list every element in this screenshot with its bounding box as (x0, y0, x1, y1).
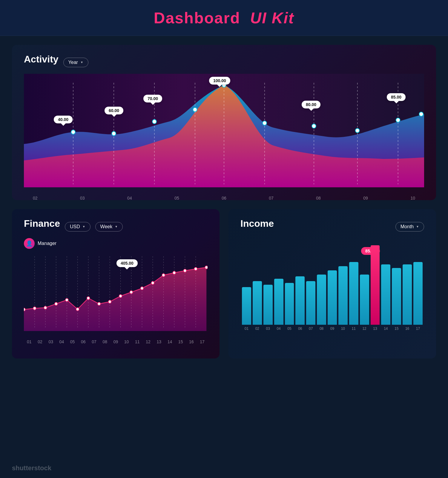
income-chart-container: 85.00 01 02 03 (240, 247, 424, 331)
finance-chart: 405.00 (24, 253, 208, 337)
title-pink: UI Kit (250, 9, 294, 27)
bar-12: 12 (360, 275, 369, 331)
svg-point-10 (71, 130, 75, 134)
svg-point-11 (112, 131, 116, 136)
svg-point-36 (24, 308, 25, 311)
finance-title: Finance (24, 218, 60, 229)
svg-point-13 (193, 108, 197, 112)
page-header: Dashboard UI Kit (0, 0, 448, 36)
activity-title: Activity (24, 54, 59, 65)
svg-point-16 (312, 124, 316, 128)
svg-point-17 (355, 128, 360, 133)
bottom-row: Finance USD ▼ Week ▼ 👤 Manager (12, 209, 436, 358)
svg-point-47 (141, 287, 143, 290)
week-dropdown[interactable]: Week ▼ (95, 222, 123, 232)
bar-04: 04 (274, 279, 283, 331)
bar-01: 01 (242, 287, 251, 331)
finance-tooltip: 405.00 (116, 259, 138, 267)
bar-02: 02 (253, 281, 262, 331)
tooltip-70: 70.00 (143, 95, 162, 102)
svg-point-37 (33, 307, 36, 310)
bar-10: 10 (338, 266, 348, 331)
activity-x-labels: 02 03 04 05 06 07 08 09 10 (24, 196, 424, 200)
income-card: Income Month ▼ 85.00 (228, 209, 436, 358)
bar-15: 15 (392, 268, 401, 331)
bar-08: 08 (317, 275, 326, 331)
finance-x-labels: 01 02 03 04 05 06 07 08 09 10 11 12 13 1… (24, 339, 208, 344)
bar-09: 09 (328, 270, 337, 331)
svg-point-40 (65, 298, 68, 301)
chevron-down-icon: ▼ (416, 225, 419, 228)
tooltip-60: 60.00 (105, 107, 123, 114)
svg-point-18 (396, 118, 400, 122)
chevron-down-icon: ▼ (115, 225, 118, 228)
month-dropdown[interactable]: Month ▼ (395, 222, 424, 232)
svg-point-50 (173, 271, 176, 274)
activity-chart: 40.00 60.00 70.00 100.00 80.00 85.00 (24, 74, 424, 193)
svg-point-42 (87, 297, 90, 300)
svg-point-45 (119, 295, 122, 298)
income-title: Income (240, 218, 274, 229)
svg-point-43 (98, 302, 100, 305)
svg-point-53 (205, 266, 208, 269)
bar-14: 14 (381, 264, 390, 331)
svg-point-38 (44, 306, 47, 309)
bar-06: 06 (295, 276, 305, 331)
tooltip-40: 40.00 (54, 116, 73, 123)
bar-17: 17 (413, 262, 423, 331)
svg-point-15 (263, 121, 267, 125)
title-white: Dashboard (154, 9, 240, 27)
income-bar-chart: 01 02 03 04 (240, 247, 424, 331)
main-content: Activity Year ▼ (0, 36, 448, 367)
svg-point-48 (151, 281, 154, 284)
activity-card: Activity Year ▼ (12, 45, 436, 200)
footer-brand: shutterstock (12, 464, 51, 472)
chevron-down-icon: ▼ (80, 61, 83, 64)
bar-01-rect (242, 287, 251, 325)
chevron-down-icon: ▼ (82, 225, 85, 228)
svg-point-49 (162, 274, 165, 277)
bar-07: 07 (306, 281, 315, 331)
finance-card: Finance USD ▼ Week ▼ 👤 Manager (12, 209, 220, 358)
svg-point-52 (194, 267, 197, 270)
tooltip-85: 85.00 (387, 93, 406, 101)
svg-point-12 (152, 120, 157, 124)
svg-point-19 (419, 112, 423, 116)
bar-16: 16 (403, 264, 412, 331)
bar-11: 11 (349, 262, 358, 331)
svg-point-51 (184, 269, 186, 272)
page-title: Dashboard UI Kit (154, 9, 294, 27)
manager-name: Manager (38, 241, 56, 246)
bar-05: 05 (285, 283, 294, 331)
tooltip-100: 100.00 (209, 77, 230, 85)
usd-dropdown[interactable]: USD ▼ (65, 222, 90, 232)
year-dropdown[interactable]: Year ▼ (63, 58, 88, 67)
svg-point-46 (130, 291, 133, 294)
avatar: 👤 (24, 238, 35, 249)
tooltip-80: 80.00 (302, 101, 320, 108)
finance-header: Finance USD ▼ Week ▼ (24, 218, 208, 235)
manager-badge: 👤 Manager (24, 238, 56, 249)
activity-header: Activity Year ▼ (24, 54, 424, 71)
svg-point-39 (55, 302, 57, 305)
bar-13-highlight: 13 (371, 245, 380, 331)
bar-03: 03 (263, 285, 273, 331)
income-header: Income Month ▼ (240, 218, 424, 235)
svg-point-41 (76, 308, 79, 311)
svg-point-44 (108, 300, 111, 303)
